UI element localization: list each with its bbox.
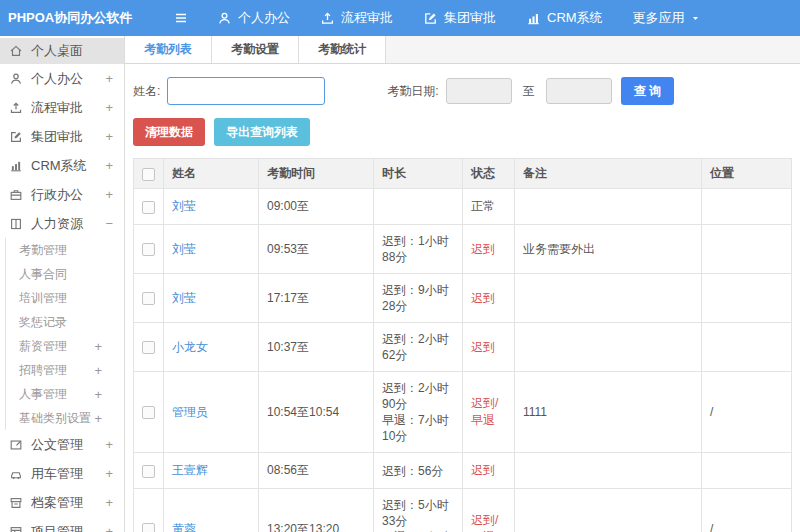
sidebar-subitem-base-category-settings[interactable]: 基础类别设置 +: [6, 406, 124, 430]
row-checkbox[interactable]: [142, 243, 155, 256]
sidebar-subitem-reward-punishment-records[interactable]: 奖惩记录: [6, 310, 124, 334]
attendance-time-cell: 17:17至: [259, 274, 374, 323]
tab-attendance-list[interactable]: 考勤列表: [125, 36, 212, 63]
sidebar-subitem-personnel-management[interactable]: 人事管理 +: [6, 382, 124, 406]
location-cell: [702, 453, 792, 489]
row-checkbox[interactable]: [142, 292, 155, 305]
expand-toggle-icon[interactable]: +: [94, 363, 102, 378]
tab-attendance-settings[interactable]: 考勤设置: [212, 36, 299, 63]
attendance-time-cell: 10:54至10:54: [259, 372, 374, 453]
process-icon: [320, 11, 335, 26]
table-row: 刘莹 17:17至 迟到：9小时28分 迟到: [134, 274, 792, 323]
date-from-input[interactable]: [446, 78, 512, 104]
sidebar-item-workflow-approval[interactable]: 流程审批 +: [0, 93, 124, 122]
edit-icon: [423, 11, 438, 26]
sidebar-subitem-salary-management[interactable]: 薪资管理 +: [6, 334, 124, 358]
expand-toggle-icon[interactable]: +: [105, 466, 113, 481]
column-header: 时长: [374, 159, 463, 189]
date-to-input[interactable]: [546, 78, 612, 104]
location-cell: [702, 323, 792, 372]
expand-toggle-icon[interactable]: +: [94, 387, 102, 402]
hamburger-menu-icon[interactable]: [173, 10, 189, 26]
expand-toggle-icon[interactable]: +: [105, 437, 113, 452]
export-list-button[interactable]: 导出查询列表: [214, 118, 310, 146]
tab-attendance-statistics[interactable]: 考勤统计: [299, 36, 386, 63]
sidebar-subitem-personnel-contract[interactable]: 人事合同: [6, 262, 124, 286]
action-buttons: 清理数据 导出查询列表: [125, 115, 800, 158]
expand-toggle-icon[interactable]: +: [94, 411, 102, 426]
main-content: 考勤列表考勤设置考勤统计 姓名: 考勤日期: 至 查 询 清理数据 导出查询列表: [125, 36, 800, 532]
remark-cell: [515, 323, 702, 372]
status-cell: 迟到/早退: [463, 489, 515, 532]
sidebar-item-human-resources[interactable]: 人力资源 −: [0, 209, 124, 238]
table-row: 小龙女 10:37至 迟到：2小时62分 迟到: [134, 323, 792, 372]
expand-toggle-icon[interactable]: +: [105, 187, 113, 202]
name-input[interactable]: [167, 77, 325, 105]
top-header-bar: PHPOA协同办公软件 个人办公 流程审批 集团审批 CRM系统 更多应用: [0, 0, 800, 36]
nav-personal-office[interactable]: 个人办公: [217, 9, 290, 27]
sidebar-subitem-recruitment-management[interactable]: 招聘管理 +: [6, 358, 124, 382]
sidebar-item-document-management[interactable]: 公文管理 +: [0, 430, 124, 459]
row-checkbox[interactable]: [142, 465, 155, 478]
nav-more-apps[interactable]: 更多应用: [633, 9, 700, 27]
user-icon: [9, 72, 23, 86]
nav-group-approval[interactable]: 集团审批: [423, 9, 496, 27]
sidebar-item-project-management[interactable]: 项目管理 +: [0, 517, 124, 532]
select-all-header: [134, 159, 164, 189]
expand-toggle-icon[interactable]: +: [105, 129, 113, 144]
employee-name-link[interactable]: 刘莹: [172, 199, 196, 213]
sidebar-item-personal-office[interactable]: 个人办公 +: [0, 64, 124, 93]
table-body: 刘莹 09:00至 正常 刘莹 09:53至 迟到：1小时88分 迟到 业务需要…: [134, 189, 792, 532]
employee-name-link[interactable]: 小龙女: [172, 340, 208, 354]
header-nav: 个人办公 流程审批 集团审批 CRM系统 更多应用: [217, 9, 700, 27]
remark-cell: [515, 189, 702, 225]
attendance-time-cell: 09:00至: [259, 189, 374, 225]
sidebar-item-admin-office[interactable]: 行政办公 +: [0, 180, 124, 209]
row-checkbox[interactable]: [142, 523, 155, 532]
attendance-time-cell: 09:53至: [259, 225, 374, 274]
column-header: 状态: [463, 159, 515, 189]
expand-toggle-icon[interactable]: +: [94, 339, 102, 354]
row-checkbox[interactable]: [142, 406, 155, 419]
table-row: 黄蓉 13:20至13:20 迟到：5小时33分早退：4小时67分 迟到/早退 …: [134, 489, 792, 532]
employee-name-link[interactable]: 刘莹: [172, 242, 196, 256]
date-to-label: 至: [523, 83, 535, 100]
row-checkbox[interactable]: [142, 201, 155, 214]
clean-data-button[interactable]: 清理数据: [133, 118, 205, 146]
duration-cell: 迟到：2小时62分: [374, 323, 463, 372]
employee-name-link[interactable]: 黄蓉: [172, 522, 196, 532]
table-row: 刘莹 09:00至 正常: [134, 189, 792, 225]
search-button[interactable]: 查 询: [621, 77, 674, 105]
employee-name-link[interactable]: 刘莹: [172, 291, 196, 305]
sidebar-item-personal-desktop[interactable]: 个人桌面: [0, 38, 124, 64]
chart-icon: [526, 11, 541, 26]
expand-toggle-icon[interactable]: +: [105, 158, 113, 173]
sidebar-subitem-training-management[interactable]: 培训管理: [6, 286, 124, 310]
sidebar-item-archive-management[interactable]: 档案管理 +: [0, 488, 124, 517]
nav-workflow-approval[interactable]: 流程审批: [320, 9, 393, 27]
status-cell: 迟到: [463, 323, 515, 372]
edit-icon: [9, 130, 23, 144]
remark-cell: [515, 274, 702, 323]
status-cell: 迟到: [463, 274, 515, 323]
doc-icon: [9, 438, 23, 452]
sidebar-item-vehicle-management[interactable]: 用车管理 +: [0, 459, 124, 488]
select-all-checkbox[interactable]: [142, 168, 155, 181]
duration-cell: 迟到：56分: [374, 453, 463, 489]
sidebar-item-crm-system[interactable]: CRM系统 +: [0, 151, 124, 180]
expand-toggle-icon[interactable]: +: [105, 524, 113, 532]
expand-toggle-icon[interactable]: −: [105, 216, 113, 231]
remark-cell: [515, 453, 702, 489]
sidebar-subitem-attendance-management[interactable]: 考勤管理: [6, 238, 124, 262]
remark-cell: 1111: [515, 372, 702, 453]
expand-toggle-icon[interactable]: +: [105, 71, 113, 86]
expand-toggle-icon[interactable]: +: [105, 495, 113, 510]
expand-toggle-icon[interactable]: +: [105, 100, 113, 115]
row-checkbox[interactable]: [142, 341, 155, 354]
nav-crm-system[interactable]: CRM系统: [526, 9, 603, 27]
sidebar-item-group-approval[interactable]: 集团审批 +: [0, 122, 124, 151]
employee-name-link[interactable]: 管理员: [172, 405, 208, 419]
location-cell: [702, 274, 792, 323]
employee-name-link[interactable]: 王壹辉: [172, 463, 208, 477]
attendance-table: 姓名考勤时间时长状态备注位置 刘莹 09:00至 正常 刘莹 09:53至 迟到…: [133, 158, 792, 532]
